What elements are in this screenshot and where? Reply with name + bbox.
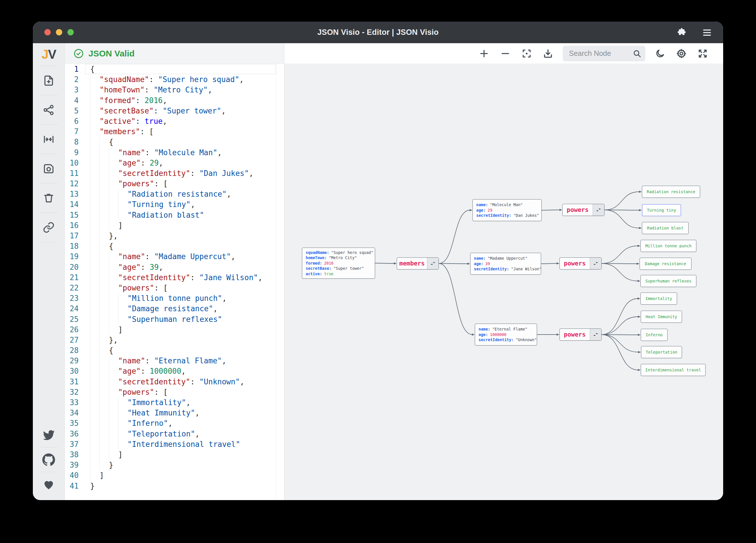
code-line-content[interactable]: "name": "Molecule Man", [85,148,284,158]
twitter-icon[interactable] [33,423,65,447]
code-line[interactable]: 39 } [65,460,284,470]
code-line[interactable]: 37 "Interdimensional travel" [65,439,284,449]
code-line-content[interactable]: } [85,460,284,470]
fit-center-icon[interactable] [33,125,65,154]
code-line-content[interactable]: "age": 1000000, [85,366,284,376]
code-line[interactable]: 38 ] [65,449,284,460]
code-line-content[interactable]: "name": "Madame Uppercut", [85,252,284,262]
code-line[interactable]: 31 "secretIdentity": "Unknown", [65,376,284,387]
code-line[interactable]: 17 }, [65,231,284,241]
graph-node-root[interactable]: squadName:"Super hero squad" homeTown:"M… [302,248,375,279]
code-line[interactable]: 33 "Immortality", [65,397,284,408]
search-icon[interactable] [633,49,641,58]
code-line[interactable]: 3 "homeTown": "Metro City", [65,85,284,95]
code-line[interactable]: 24 "Damage resistance", [65,303,284,314]
graph-share-icon[interactable] [33,95,65,124]
code-line[interactable]: 40 ] [65,470,284,480]
code-line[interactable]: 6 "active": true, [65,116,284,126]
code-line[interactable]: 27 }, [65,335,284,345]
code-line[interactable]: 26 ] [65,324,284,335]
zoom-out-icon[interactable] [499,47,512,60]
code-line-content[interactable]: "secretIdentity": "Unknown", [85,376,284,387]
code-line[interactable]: 35 "Inferno", [65,418,284,428]
code-line[interactable]: 19 "name": "Madame Uppercut", [65,252,284,262]
code-line[interactable]: 36 "Teleportation", [65,429,284,439]
delete-icon[interactable] [33,184,65,213]
heart-icon[interactable] [33,472,65,497]
code-line-content[interactable]: "squadName": "Super hero squad", [85,74,284,85]
save-icon[interactable] [33,154,65,183]
code-line[interactable]: 11 "secretIdentity": "Dan Jukes", [65,168,284,179]
code-line-content[interactable]: "Million tonne punch", [85,293,284,303]
fullscreen-icon[interactable] [696,47,709,60]
graph-node-member[interactable]: name:"Eternal Flame" age:1000000 secretI… [475,323,537,345]
collapse-arrows-icon[interactable] [427,258,439,269]
extensions-puzzle-icon[interactable] [675,26,688,39]
code-line[interactable]: 34 "Heat Immunity", [65,408,284,418]
code-line[interactable]: 10 "age": 29, [65,158,284,168]
code-line[interactable]: 14 "Turning tiny", [65,199,284,210]
code-line[interactable]: 15 "Radiation blast" [65,210,284,220]
code-line[interactable]: 9 "name": "Molecule Man", [65,148,284,158]
code-line-content[interactable]: "Radiation blast" [85,210,284,220]
collapse-arrows-icon[interactable] [593,204,604,216]
code-line[interactable]: 7 "members": [ [65,126,284,137]
leaf-node[interactable]: Superhuman reflexes [640,275,696,287]
graph-canvas[interactable]: squadName:"Super hero squad" homeTown:"M… [284,64,723,500]
code-line-content[interactable]: "Damage resistance", [85,303,284,314]
leaf-node[interactable]: Teleportation [641,346,682,358]
code-line[interactable]: 28 { [65,345,284,355]
code-line[interactable]: 21 "secretIdentity": "Jane Wilson", [65,272,284,283]
code-line[interactable]: 30 "age": 1000000, [65,366,284,376]
dark-mode-moon-icon[interactable] [653,47,667,60]
focus-center-icon[interactable] [520,47,533,60]
minimize-window-button[interactable] [56,29,62,35]
code-line-content[interactable]: "age": 29, [85,158,284,168]
leaf-node[interactable]: Heat Immunity [641,311,682,323]
new-document-icon[interactable] [33,66,65,95]
leaf-node[interactable]: Radiation blast [642,222,689,234]
graph-node-members[interactable]: members [397,258,439,270]
search-node-input[interactable] [568,49,630,58]
code-line-content[interactable]: { [85,345,284,355]
code-line-content[interactable]: "Turning tiny", [85,199,284,210]
code-line[interactable]: 22 "powers": [ [65,283,284,293]
app-logo[interactable]: JV [41,43,56,66]
code-line-content[interactable]: }, [85,335,284,345]
code-line-content[interactable]: "secretBase": "Super tower", [85,106,284,116]
code-line-content[interactable]: } [85,481,284,491]
code-line-content[interactable]: ] [85,470,284,480]
code-line-content[interactable]: "Teleportation", [85,429,284,439]
leaf-node-highlighted[interactable]: Turning tiny [642,204,681,216]
code-line-content[interactable]: "formed": 2016, [85,95,284,106]
code-line[interactable]: 25 "Superhuman reflexes" [65,314,284,324]
code-line[interactable]: 41} [65,481,284,491]
code-line[interactable]: 13 "Radiation resistance", [65,189,284,199]
code-line-content[interactable]: ] [85,220,284,231]
code-line[interactable]: 4 "formed": 2016, [65,95,284,106]
code-line[interactable]: 32 "powers": [ [65,387,284,397]
code-line[interactable]: 23 "Million tonne punch", [65,293,284,303]
github-icon[interactable] [33,447,65,472]
graph-node-powers[interactable]: powers [560,258,602,270]
leaf-node[interactable]: Inferno [641,329,668,341]
leaf-node[interactable]: Radiation resistance [642,186,700,198]
code-line-content[interactable]: "name": "Eternal Flame", [85,355,284,366]
link-icon[interactable] [33,213,65,242]
leaf-node[interactable]: Million tonne punch [640,240,696,252]
code-line-content[interactable]: "Radiation resistance", [85,189,284,199]
code-line[interactable]: 12 "powers": [ [65,179,284,189]
leaf-node[interactable]: Damage resistance [640,258,691,270]
code-line-content[interactable]: ] [85,449,284,460]
code-line-content[interactable]: "homeTown": "Metro City", [85,85,284,95]
code-line-content[interactable]: { [85,241,284,252]
code-line[interactable]: 20 "age": 39, [65,262,284,272]
download-icon[interactable] [541,47,555,60]
leaf-node[interactable]: Immortality [640,292,677,304]
graph-node-member[interactable]: name:"Madame Uppercut" age:39 secretIden… [470,253,541,275]
code-line-content[interactable]: ] [85,324,284,335]
code-line[interactable]: 29 "name": "Eternal Flame", [65,355,284,366]
code-line-content[interactable]: "secretIdentity": "Dan Jukes", [85,168,284,179]
editor-scrollbar[interactable] [276,64,284,500]
code-line-content[interactable]: "secretIdentity": "Jane Wilson", [85,272,284,283]
